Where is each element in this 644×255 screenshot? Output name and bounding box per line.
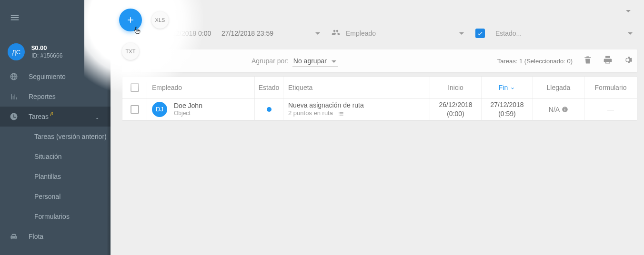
task-table: Empleado Estado Etiqueta Inicio Fin Lleg… <box>122 76 637 121</box>
sidebar-sub-personal[interactable]: Personal <box>0 186 111 206</box>
date-range-filter[interactable]: 26/12/2018 0:00 — 27/12/2018 23:59 <box>149 28 320 39</box>
sidebar-sub-tareas-old[interactable]: Tareas (versión anterior) <box>0 127 111 147</box>
employee-name: Doe John <box>174 102 202 110</box>
list-icon <box>338 110 344 117</box>
employee-filter[interactable]: Empleado <box>332 28 464 39</box>
header-fin[interactable]: Fin <box>482 77 533 98</box>
row-etiqueta: Nueva asignación de ruta 2 puntos en rut… <box>283 98 430 120</box>
print-icon[interactable] <box>603 55 613 67</box>
row-checkbox-cell[interactable] <box>122 98 147 120</box>
sidebar-top <box>0 0 111 37</box>
chevron-down-icon <box>315 32 320 35</box>
beta-badge: β <box>50 111 53 116</box>
status-filter[interactable]: Estado... <box>475 29 633 38</box>
chevron-up-icon <box>94 115 100 123</box>
calendar-icon <box>149 28 157 39</box>
sidebar-item-tareas[interactable]: Tareas β <box>0 107 111 127</box>
avatar: ДС <box>8 43 25 60</box>
sidebar-sub-formularios[interactable]: Formularios <box>0 206 111 226</box>
inicio-date: 26/12/2018 <box>439 100 472 109</box>
header-row: la <box>111 0 644 22</box>
toolbar-row: Agrupar por: No agrupar Tareas: 1 (Selec… <box>122 49 637 72</box>
account-id: ID: #156666 <box>31 52 62 60</box>
task-count-text: Tareas: 1 (Seleccionado: 0) <box>497 58 573 65</box>
checkbox[interactable] <box>131 83 139 92</box>
sidebar-item-seguimiento[interactable]: Seguimiento <box>0 67 111 87</box>
main: la 26/12/2018 0:00 — 27/12/2018 23:59 Em… <box>111 0 644 255</box>
header-inicio[interactable]: Inicio <box>430 77 482 98</box>
chevron-down-icon[interactable] <box>626 10 631 12</box>
arrow-down-icon <box>510 85 515 90</box>
car-icon <box>10 232 18 241</box>
delete-icon[interactable] <box>583 55 593 67</box>
row-formulario: — <box>584 98 637 120</box>
status-dot-icon <box>267 107 272 112</box>
llegada-value: N/A <box>549 106 560 113</box>
sidebar-item-flota[interactable]: Flota <box>0 226 111 246</box>
chevron-down-icon <box>332 60 336 63</box>
chart-icon <box>10 92 18 101</box>
form-value: — <box>607 106 614 113</box>
header-checkbox-cell[interactable] <box>122 77 147 98</box>
header-fin-label: Fin <box>499 84 508 91</box>
chevron-down-icon <box>628 32 633 35</box>
sidebar: ДС $0.00 ID: #156666 Seguimiento Reporte… <box>0 0 111 255</box>
group-by-label: Agrupar por: <box>252 57 289 65</box>
account-balance: $0.00 <box>31 44 62 52</box>
row-fin: 27/12/2018 (0:59) <box>482 98 533 120</box>
sidebar-item-label: Seguimiento <box>29 73 66 80</box>
export-txt-button[interactable]: TXT <box>122 43 139 60</box>
employee-avatar: DJ <box>152 102 167 117</box>
sidebar-item-label: Tareas <box>29 113 49 120</box>
row-empleado: DJ Doe John Object <box>147 98 255 120</box>
filter-row: 26/12/2018 0:00 — 27/12/2018 23:59 Emple… <box>111 22 644 45</box>
sidebar-item-label: Flota <box>29 233 43 240</box>
account-selector[interactable]: ДС $0.00 ID: #156666 <box>0 37 111 67</box>
clock-icon <box>10 112 18 121</box>
tag-subtitle: 2 puntos en ruta <box>288 109 333 118</box>
header-empleado[interactable]: Empleado <box>147 77 255 98</box>
table-row[interactable]: DJ Doe John Object Nueva asignación de r… <box>122 98 637 120</box>
checkbox[interactable] <box>131 105 139 114</box>
globe-icon <box>10 72 18 81</box>
sidebar-sub-plantillas[interactable]: Plantillas <box>0 167 111 186</box>
employee-placeholder: Empleado <box>346 29 453 37</box>
search-input[interactable] <box>149 57 239 65</box>
tag-title: Nueva asignación de ruta <box>288 101 364 109</box>
employee-object: Object <box>174 110 202 117</box>
account-texts: $0.00 ID: #156666 <box>31 44 62 59</box>
inicio-time: (0:00) <box>447 109 464 118</box>
add-task-button[interactable] <box>119 9 142 31</box>
sidebar-item-reportes[interactable]: Reportes <box>0 87 111 107</box>
sidebar-sub-situacion[interactable]: Situación <box>0 147 111 167</box>
export-xls-button[interactable]: XLS <box>151 11 169 29</box>
gear-icon[interactable] <box>623 55 633 67</box>
fin-time: (0:59) <box>498 109 516 118</box>
group-by-value: No agrupar <box>293 57 327 65</box>
header-formulario[interactable]: Formulario <box>584 77 637 98</box>
fin-date: 27/12/2018 <box>490 100 523 109</box>
status-placeholder: Estado... <box>495 29 622 37</box>
header-etiqueta[interactable]: Etiqueta <box>283 77 430 98</box>
header-estado[interactable]: Estado <box>255 77 283 98</box>
info-icon[interactable] <box>562 106 568 113</box>
table-header: Empleado Estado Etiqueta Inicio Fin Lleg… <box>122 77 637 98</box>
group-by-select[interactable]: No agrupar <box>292 56 338 67</box>
chevron-down-icon <box>94 48 99 50</box>
row-status <box>255 98 283 120</box>
row-llegada: N/A <box>533 98 584 120</box>
header-llegada[interactable]: Llegada <box>533 77 584 98</box>
status-checkbox[interactable] <box>475 29 485 38</box>
people-icon <box>332 28 340 39</box>
menu-icon[interactable] <box>10 12 20 25</box>
row-inicio: 26/12/2018 (0:00) <box>430 98 482 120</box>
sidebar-item-label: Reportes <box>29 93 56 100</box>
chevron-down-icon <box>459 32 464 35</box>
date-range-text: 26/12/2018 0:00 — 27/12/2018 23:59 <box>163 29 310 37</box>
